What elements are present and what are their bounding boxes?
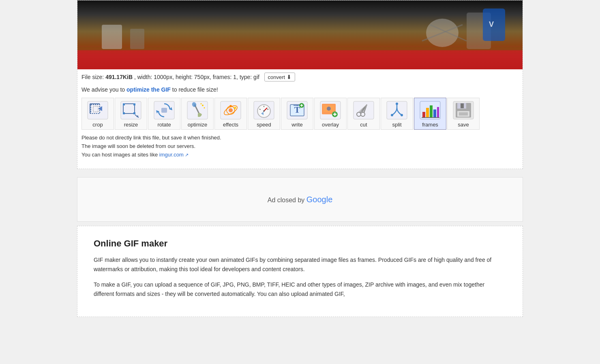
disclaimer-line2: The image will soon be deleted from our … <box>81 143 195 149</box>
convert-label: convert <box>268 74 285 80</box>
svg-rect-80 <box>430 105 433 118</box>
file-size-value: 491.17KiB <box>105 74 133 80</box>
cut-icon <box>351 100 376 121</box>
speed-icon <box>252 100 276 121</box>
write-label: write <box>291 122 302 128</box>
svg-text:V: V <box>489 20 494 28</box>
tool-frames[interactable]: frames <box>414 98 446 130</box>
download-icon: ⬇ <box>287 74 291 80</box>
info-paragraph1: GIF maker allows you to instantly create… <box>94 255 506 274</box>
svg-rect-1 <box>77 49 523 69</box>
gif-preview-image: V <box>77 0 523 69</box>
split-label: split <box>392 122 401 128</box>
effects-label: effects <box>223 122 238 128</box>
svg-point-33 <box>204 107 205 109</box>
resize-label: resize <box>124 122 138 128</box>
imgur-link[interactable]: imgur.com ↗ <box>159 152 189 158</box>
cut-label: cut <box>360 122 367 128</box>
google-logo: Google <box>306 195 333 204</box>
overlay-label: overlay <box>322 122 339 128</box>
overlay-icon <box>318 100 343 121</box>
svg-rect-7 <box>483 9 505 41</box>
write-icon: T <box>285 100 309 121</box>
svg-point-48 <box>263 110 265 112</box>
rotate-icon <box>152 100 176 121</box>
tool-crop[interactable]: crop <box>81 98 114 130</box>
page-wrapper: V File size: 491.17KiB , width: 1000px, … <box>0 0 600 317</box>
tool-overlay[interactable]: overlay <box>314 98 347 130</box>
svg-point-61 <box>327 107 331 111</box>
tool-save[interactable]: save <box>447 98 480 130</box>
svg-rect-79 <box>426 108 429 118</box>
svg-point-32 <box>202 105 204 106</box>
file-meta: , width: 1000px, height: 750px, frames: … <box>134 74 259 80</box>
rotate-label: rotate <box>157 122 171 128</box>
svg-point-38 <box>229 108 233 112</box>
tool-resize[interactable]: resize <box>115 98 147 130</box>
crop-label: crop <box>92 122 103 128</box>
svg-rect-19 <box>123 103 125 105</box>
disclaimer-line3-prefix: You can host images at sites like <box>81 152 159 158</box>
svg-point-75 <box>391 114 393 116</box>
tool-cut[interactable]: cut <box>347 98 380 130</box>
svg-rect-20 <box>133 103 135 105</box>
save-label: save <box>458 122 469 128</box>
svg-rect-78 <box>422 112 425 118</box>
preview-image-svg: V <box>77 0 523 69</box>
convert-button[interactable]: convert ⬇ <box>264 73 296 81</box>
optimize-icon <box>185 100 210 121</box>
gif-editor-panel: V File size: 491.17KiB , width: 1000px, … <box>77 0 523 169</box>
split-icon <box>385 100 409 121</box>
speed-label: speed <box>257 122 271 128</box>
info-section: Online GIF maker GIF maker allows you to… <box>77 226 523 317</box>
info-paragraph2: To make a GIF, you can upload a sequence… <box>94 280 506 299</box>
crop-icon <box>86 100 110 121</box>
effects-icon <box>219 100 243 121</box>
tool-effects[interactable]: effects <box>214 98 247 130</box>
tools-row: crop <box>77 96 523 131</box>
tool-write[interactable]: T write <box>281 98 313 130</box>
tool-optimize[interactable]: optimize <box>181 98 214 130</box>
svg-point-40 <box>234 107 236 109</box>
tool-split[interactable]: split <box>381 98 413 130</box>
optimize-notice: We advise you to optimize the GIF to red… <box>77 85 523 96</box>
optimize-label: optimize <box>188 122 207 128</box>
svg-rect-82 <box>437 107 439 118</box>
disclaimer-line1: Please do not directly link this file, b… <box>81 135 221 141</box>
svg-rect-4 <box>130 29 144 49</box>
optimize-suffix: to reduce file size! <box>171 86 218 93</box>
svg-rect-21 <box>123 112 125 114</box>
svg-point-34 <box>201 103 202 105</box>
svg-rect-28 <box>161 108 167 113</box>
optimize-link[interactable]: optimize the GIF <box>126 86 171 93</box>
svg-rect-87 <box>461 103 464 108</box>
file-info-bar: File size: 491.17KiB , width: 1000px, he… <box>77 69 523 85</box>
save-icon <box>451 100 476 121</box>
svg-point-74 <box>396 103 398 105</box>
svg-rect-22 <box>133 112 135 114</box>
svg-rect-3 <box>102 25 122 49</box>
ad-section: Ad closed by Google <box>77 177 523 222</box>
tool-speed[interactable]: speed <box>248 98 280 130</box>
disclaimer-section: Please do not directly link this file, b… <box>77 131 523 161</box>
svg-point-76 <box>401 114 403 116</box>
main-container: V File size: 491.17KiB , width: 1000px, … <box>77 0 523 317</box>
resize-icon <box>119 100 143 121</box>
optimize-prefix: We advise you to <box>81 86 126 93</box>
frames-label: frames <box>422 122 438 128</box>
svg-rect-89 <box>459 112 468 116</box>
tool-rotate[interactable]: rotate <box>148 98 180 130</box>
frames-icon <box>418 100 442 121</box>
file-size-label: File size: <box>81 74 104 80</box>
svg-rect-81 <box>433 109 436 118</box>
info-title: Online GIF maker <box>94 238 506 249</box>
ad-closed-text: Ad closed by Google <box>268 195 333 204</box>
